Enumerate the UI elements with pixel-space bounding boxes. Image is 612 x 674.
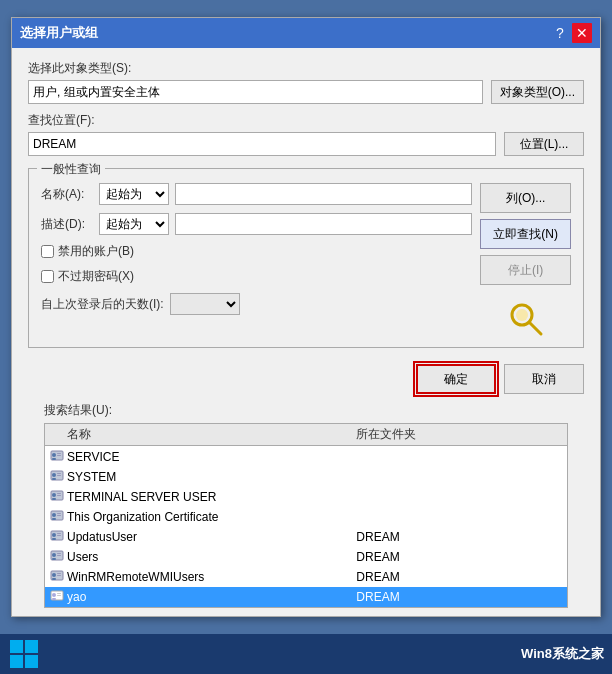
search-results-label: 搜索结果(U): [28,402,584,419]
row-folder: DREAM [356,570,563,584]
table-row[interactable]: TERMINAL SERVER USER [45,487,567,507]
svg-rect-40 [52,538,56,540]
svg-rect-58 [10,640,23,653]
svg-rect-47 [57,555,61,556]
general-query-title: 一般性查询 [37,161,105,178]
object-type-label: 选择此对象类型(S): [28,60,584,77]
disabled-accounts-checkbox[interactable] [41,245,54,258]
svg-point-24 [52,473,56,477]
desc-input[interactable] [175,213,472,235]
name-combo[interactable]: 起始为 [99,183,169,205]
search-now-button[interactable]: 立即查找(N) [480,219,571,249]
object-type-input[interactable] [28,80,483,104]
table-row[interactable]: UsersDREAM [45,547,567,567]
svg-rect-20 [52,458,56,460]
taskbar-branding: Win8系统之家 [521,645,604,663]
name-row: 名称(A): 起始为 [41,183,472,205]
no-expire-pwd-checkbox[interactable] [41,270,54,283]
name-label: 名称(A): [41,186,93,203]
row-name: WinRMRemoteWMIUsers [67,570,356,584]
search-icon-area [480,299,571,339]
days-combo[interactable] [170,293,240,315]
row-user-icon [49,529,65,545]
svg-point-49 [52,573,56,577]
svg-point-2 [516,309,528,321]
row-folder: DREAM [356,590,563,604]
svg-rect-59 [25,640,38,653]
row-user-icon [49,569,65,585]
svg-rect-25 [52,478,56,480]
svg-point-54 [52,593,56,597]
row-name: y​​​​​ao [67,590,356,604]
row-name: UpdatusUser [67,530,356,544]
stop-button[interactable]: 停止(I) [480,255,571,285]
no-expire-pwd-label: 不过期密码(X) [58,268,134,285]
days-label: 自上次登录后的天数(I): [41,296,164,313]
svg-rect-35 [52,518,56,520]
row-user-icon [49,469,65,485]
location-section: 查找位置(F): 位置(L)... [28,112,584,156]
results-header: 名称 所在文件夹 [45,424,567,446]
table-row[interactable]: y​​​​​aoDREAM [45,587,567,607]
svg-rect-22 [57,455,61,456]
dialog-body: 选择此对象类型(S): 对象类型(O)... 查找位置(F): 位置(L)... [12,48,600,360]
row-folder: DREAM [356,530,563,544]
svg-rect-26 [57,473,61,474]
object-type-button[interactable]: 对象类型(O)... [491,80,584,104]
group-left: 名称(A): 起始为 描述(D): 起始为 [41,183,472,339]
results-body: Performance Monitor UsersDREAM REMOTE IN… [45,423,567,607]
confirm-row: 确定 取消 [12,360,600,398]
row-name: TERMINAL SERVER USER [67,490,356,504]
svg-rect-37 [57,515,61,516]
table-row[interactable]: WinRMRemoteWMIUsersDREAM [45,567,567,587]
row-user-icon [49,449,65,465]
svg-point-29 [52,493,56,497]
group-right: 列(O)... 立即查找(N) 停止(I) [480,183,571,339]
close-button[interactable]: ✕ [572,23,592,43]
ok-button[interactable]: 确定 [416,364,496,394]
location-button[interactable]: 位置(L)... [504,132,584,156]
days-row: 自上次登录后的天数(I): [41,293,472,315]
windows-logo-icon[interactable] [8,638,40,670]
magnifier-icon [506,299,546,339]
location-row: 位置(L)... [28,132,584,156]
title-bar: 选择用户或组 ? ✕ [12,18,600,48]
col-button[interactable]: 列(O)... [480,183,571,213]
name-input[interactable] [175,183,472,205]
group-inner: 名称(A): 起始为 描述(D): 起始为 [41,183,571,339]
svg-rect-55 [52,598,56,600]
no-expire-pwd-row: 不过期密码(X) [41,268,472,285]
svg-line-1 [529,322,541,334]
svg-rect-60 [10,655,23,668]
results-table[interactable]: 名称 所在文件夹 Performance Monitor UsersDREAM … [44,423,568,608]
cancel-button[interactable]: 取消 [504,364,584,394]
svg-point-44 [52,553,56,557]
table-row[interactable]: UpdatusUserDREAM [45,527,567,547]
row-name: SERVICE [67,450,356,464]
svg-rect-30 [52,498,56,500]
row-user-icon [49,509,65,525]
table-row[interactable]: This Organization Certificate [45,507,567,527]
help-button[interactable]: ? [550,23,570,43]
svg-rect-21 [57,453,61,454]
svg-point-34 [52,513,56,517]
desc-combo[interactable]: 起始为 [99,213,169,235]
row-folder: DREAM [356,550,563,564]
svg-rect-42 [57,535,61,536]
row-name: This Organization Certificate [67,510,356,524]
svg-rect-41 [57,533,61,534]
disabled-accounts-label: 禁用的账户(B) [58,243,134,260]
location-input[interactable] [28,132,496,156]
table-row[interactable]: SYSTEM [45,467,567,487]
row-user-icon [49,589,65,605]
taskbar-left [8,638,40,670]
table-row[interactable]: SERVICE [45,447,567,467]
object-type-row: 对象类型(O)... [28,80,584,104]
svg-rect-56 [57,593,61,594]
bottom-area: 搜索结果(U): 名称 所在文件夹 Performance Monitor Us… [12,398,600,616]
general-query-group: 一般性查询 名称(A): 起始为 [28,168,584,348]
desc-row: 描述(D): 起始为 [41,213,472,235]
svg-rect-50 [52,578,56,580]
svg-rect-52 [57,575,61,576]
svg-rect-61 [25,655,38,668]
